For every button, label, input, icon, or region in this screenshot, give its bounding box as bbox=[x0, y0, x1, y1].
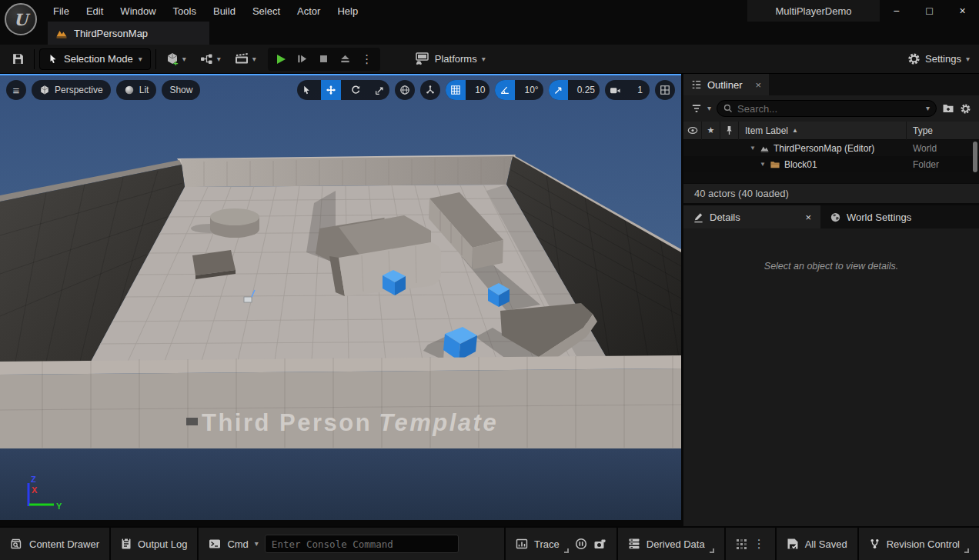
pause-circle-icon[interactable] bbox=[575, 538, 587, 550]
show-dropdown[interactable]: Show bbox=[162, 80, 200, 100]
menu-actor[interactable]: Actor bbox=[289, 0, 329, 22]
tab-outliner[interactable]: Outliner × bbox=[683, 74, 769, 95]
outliner-tree: ▼ ThirdPersonMap (Editor) World ▼ bbox=[683, 140, 979, 172]
output-log-button[interactable]: Output Log bbox=[111, 528, 197, 560]
table-row[interactable]: ▼ ThirdPersonMap (Editor) World bbox=[683, 140, 979, 156]
viewport-options-menu[interactable]: ≡ bbox=[6, 80, 26, 100]
save-button[interactable] bbox=[6, 48, 29, 70]
output-log-icon bbox=[121, 538, 132, 550]
menu-tools[interactable]: Tools bbox=[165, 0, 205, 22]
derived-data-section[interactable]: Derived Data bbox=[618, 528, 724, 560]
selection-mode-dropdown[interactable]: Selection Mode ▾ bbox=[39, 48, 151, 70]
settings-dropdown[interactable]: Settings ▾ bbox=[907, 52, 970, 65]
blueprints-button[interactable]: ▾ bbox=[196, 48, 225, 70]
scale-snap-value[interactable]: 0.25 bbox=[573, 80, 600, 100]
menu-bar: File Edit Window Tools Build Select Acto… bbox=[45, 0, 366, 22]
globe-icon bbox=[399, 85, 410, 95]
console-command-input[interactable] bbox=[265, 535, 459, 553]
outliner-settings-gear-icon[interactable] bbox=[960, 103, 971, 115]
grid-snap-toggle[interactable] bbox=[446, 80, 466, 100]
content-drawer-button[interactable]: Content Drawer bbox=[0, 528, 109, 560]
play-options-kebab-icon[interactable]: ⋮ bbox=[357, 48, 377, 70]
menu-help[interactable]: Help bbox=[329, 0, 366, 22]
sort-ascending-icon: ▲ bbox=[792, 127, 798, 134]
more-options-kebab-icon[interactable]: ⋮ bbox=[753, 537, 765, 551]
cmd-label[interactable]: Cmd bbox=[227, 538, 248, 550]
menu-window[interactable]: Window bbox=[112, 0, 164, 22]
menu-build[interactable]: Build bbox=[205, 0, 244, 22]
visibility-column-eye-icon[interactable] bbox=[683, 122, 702, 140]
scale-tool-button[interactable] bbox=[370, 80, 389, 100]
rotation-snap-value[interactable]: 10° bbox=[520, 80, 543, 100]
cinematics-button[interactable]: ▾ bbox=[231, 48, 260, 70]
outliner-status-bar: 40 actors (40 loaded) bbox=[683, 183, 979, 203]
skip-frame-button[interactable] bbox=[292, 48, 312, 70]
menu-select[interactable]: Select bbox=[244, 0, 289, 22]
stop-button[interactable] bbox=[314, 48, 334, 70]
lit-dropdown[interactable]: Lit bbox=[116, 80, 157, 100]
snapshot-camera-icon[interactable] bbox=[593, 538, 606, 550]
eject-button[interactable] bbox=[336, 48, 356, 70]
move-tool-button[interactable] bbox=[321, 80, 341, 100]
trace-section[interactable]: Trace bbox=[506, 528, 616, 560]
tab-world-settings[interactable]: World Settings bbox=[820, 205, 921, 228]
scale-snap-toggle[interactable] bbox=[549, 80, 568, 100]
toolbar-separator bbox=[34, 49, 35, 69]
platforms-dropdown[interactable]: Platforms ▾ bbox=[414, 52, 486, 66]
lit-sphere-icon bbox=[124, 85, 135, 95]
camera-speed-value[interactable]: 1 bbox=[630, 80, 650, 100]
cmd-chevron-icon[interactable]: ▾ bbox=[255, 540, 259, 548]
viewport-active-border bbox=[0, 74, 681, 75]
menu-file[interactable]: File bbox=[45, 0, 78, 22]
grid-snap-value[interactable]: 10 bbox=[470, 80, 490, 100]
surface-snapping-button[interactable] bbox=[420, 80, 440, 100]
pin-column-icon[interactable] bbox=[720, 122, 739, 140]
filter-icon[interactable] bbox=[691, 104, 702, 113]
svg-text:X: X bbox=[32, 485, 38, 495]
rotation-snap-toggle[interactable] bbox=[495, 80, 515, 100]
expand-arrow-icon[interactable]: ▼ bbox=[760, 161, 766, 168]
play-button[interactable] bbox=[271, 48, 291, 70]
select-tool-button[interactable] bbox=[297, 80, 316, 100]
insights-grid-icon[interactable] bbox=[736, 538, 747, 550]
favorite-column-star-icon[interactable]: ★ bbox=[702, 122, 720, 140]
all-saved-section[interactable]: All Saved bbox=[777, 528, 857, 560]
minimize-button[interactable]: − bbox=[880, 0, 913, 22]
new-folder-icon[interactable] bbox=[942, 103, 954, 114]
maximize-button[interactable]: □ bbox=[913, 0, 946, 22]
unreal-logo-icon[interactable]: U bbox=[5, 3, 37, 35]
scene-3d: Third PersonTemplate Z X Y bbox=[0, 74, 681, 520]
camera-speed-icon[interactable] bbox=[605, 80, 626, 100]
svg-text:Z: Z bbox=[31, 475, 36, 484]
close-tab-icon[interactable]: × bbox=[756, 79, 762, 91]
revision-control-section[interactable]: Revision Control bbox=[859, 528, 979, 560]
close-button[interactable]: × bbox=[946, 0, 979, 22]
tab-details[interactable]: Details × bbox=[683, 205, 820, 228]
rotate-tool-button[interactable] bbox=[346, 80, 366, 100]
add-actor-button[interactable]: + ▾ bbox=[161, 48, 190, 70]
selection-mode-label: Selection Mode bbox=[64, 53, 133, 65]
chevron-down-icon: ▾ bbox=[139, 55, 142, 63]
outliner-scrollbar[interactable] bbox=[973, 142, 977, 172]
type-column-header[interactable]: Type bbox=[907, 125, 979, 136]
lit-label: Lit bbox=[139, 85, 149, 95]
outliner-column-header: ★ Item Label ▲ Type bbox=[683, 122, 979, 140]
scale-snap-control: 0.25 bbox=[549, 80, 600, 100]
main-area: Third PersonTemplate Z X Y ≡ bbox=[0, 74, 979, 526]
outliner-search-row: ▾ Search... ▾ bbox=[683, 95, 979, 122]
menu-edit[interactable]: Edit bbox=[78, 0, 112, 22]
perspective-dropdown[interactable]: Perspective bbox=[32, 80, 111, 100]
table-row[interactable]: ▼ Block01 Folder bbox=[683, 156, 979, 172]
item-label-column-header[interactable]: Item Label ▲ bbox=[739, 122, 907, 140]
search-chevron-icon[interactable]: ▾ bbox=[926, 105, 930, 112]
show-label: Show bbox=[169, 85, 192, 95]
perspective-cube-icon bbox=[39, 85, 50, 95]
tab-thirdpersonmap[interactable]: ThirdPersonMap bbox=[48, 22, 209, 45]
outliner-search-input[interactable]: Search... ▾ bbox=[717, 100, 937, 117]
filter-chevron-icon[interactable]: ▾ bbox=[707, 105, 711, 112]
level-viewport[interactable]: Third PersonTemplate Z X Y ≡ bbox=[0, 74, 681, 520]
expand-arrow-icon[interactable]: ▼ bbox=[750, 145, 756, 152]
world-coordinate-toggle[interactable] bbox=[395, 80, 415, 100]
close-tab-icon[interactable]: × bbox=[805, 212, 811, 223]
maximize-viewport-button[interactable] bbox=[655, 80, 675, 100]
